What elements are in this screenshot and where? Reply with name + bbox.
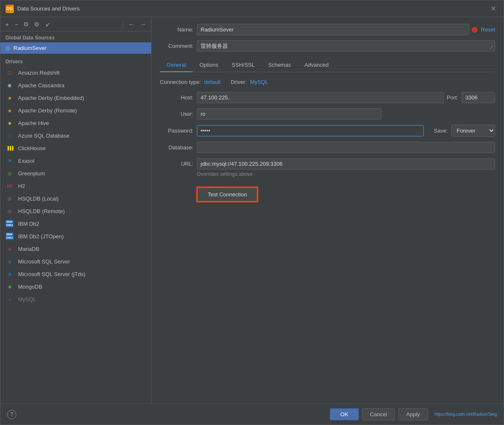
driver-item-ibm-db2-jtopen[interactable]: IBMDB2 IBM Db2 (JTOpen) <box>0 230 151 242</box>
database-input[interactable] <box>197 142 495 153</box>
driver-item-apache-derby-embedded[interactable]: ◈ Apache Derby (Embedded) <box>0 91 151 104</box>
database-row: Database: <box>160 142 495 153</box>
tab-schemas[interactable]: Schemas <box>261 58 298 72</box>
expand-icon[interactable]: ⤢ <box>490 44 494 50</box>
datasource-name: RadiumSever <box>13 45 47 51</box>
driver-label: Driver: <box>231 79 247 85</box>
comment-label: Comment: <box>160 43 193 49</box>
left-panel: + − ⧉ ⚙ ↙ ← → Global Data Sources ◎ Radi… <box>0 17 151 404</box>
driver-item-apache-derby-remote[interactable]: ◈ Apache Derby (Remote) <box>0 104 151 117</box>
port-label: Port: <box>447 94 458 101</box>
password-input[interactable] <box>197 125 424 136</box>
tab-ssh-ssl[interactable]: SSH/SSL <box>225 58 261 72</box>
driver-name: Apache Hive <box>18 120 49 126</box>
password-label: Password: <box>160 128 193 134</box>
user-label: User: <box>160 111 193 117</box>
driver-item-mysql[interactable]: ◈ MySQL <box>0 293 151 305</box>
port-input[interactable] <box>462 92 495 103</box>
hsqldb-remote-icon: ◎ <box>5 207 14 215</box>
name-input[interactable] <box>197 24 469 35</box>
driver-item-hsqldb-remote[interactable]: ◎ HSQLDB (Remote) <box>0 205 151 217</box>
exasol-icon: ✕ <box>5 156 14 165</box>
amazon-redshift-icon: ⬡ <box>5 68 14 77</box>
cancel-button[interactable]: Cancel <box>362 408 395 420</box>
conn-type-label: Connection type: <box>160 79 201 85</box>
ok-button[interactable]: OK <box>330 408 359 420</box>
mongodb-icon: ◈ <box>5 282 14 291</box>
comment-row: Comment: ⤢ <box>160 40 495 52</box>
driver-item-amazon-redshift[interactable]: ⬡ Amazon Redshift <box>0 66 151 79</box>
close-button[interactable]: ✕ <box>488 4 499 13</box>
apache-derby-embedded-icon: ◈ <box>5 94 14 102</box>
forward-button[interactable]: → <box>138 20 148 29</box>
mysql-icon: ◈ <box>5 295 14 303</box>
copy-button[interactable]: ⧉ <box>22 20 30 29</box>
apply-button[interactable]: Apply <box>398 408 428 420</box>
driver-item-azure-sql[interactable]: △ Azure SQL Database <box>0 129 151 142</box>
driver-name: ClickHouse <box>18 145 46 151</box>
right-panel: Name: Reset Comment: ⤢ General Options <box>151 17 504 404</box>
name-label: Name: <box>160 26 193 33</box>
clickhouse-icon: ▐▐▐ <box>5 144 14 152</box>
comment-input[interactable] <box>197 40 495 52</box>
driver-item-exasol[interactable]: ✕ Exasol <box>0 154 151 167</box>
driver-item-clickhouse[interactable]: ▐▐▐ ClickHouse <box>0 142 151 154</box>
driver-name: MariaDB <box>18 246 39 252</box>
connection-type-row: Connection type: default Driver: MySQL <box>160 79 495 85</box>
driver-name: Amazon Redshift <box>18 70 60 76</box>
settings-button[interactable]: ⚙ <box>32 20 41 29</box>
mssql-icon: ◈ <box>5 257 14 266</box>
add-button[interactable]: + <box>4 20 10 29</box>
main-content: + − ⧉ ⚙ ↙ ← → Global Data Sources ◎ Radi… <box>0 17 504 404</box>
driver-value[interactable]: MySQL <box>250 79 268 85</box>
driver-item-apache-cassandra[interactable]: ◉ Apache Cassandra <box>0 79 151 91</box>
driver-item-hsqldb-local[interactable]: ◎ HSQLDB (Local) <box>0 192 151 205</box>
name-field-wrap <box>197 24 478 35</box>
save-label: Save: <box>434 128 448 134</box>
import-button[interactable]: ↙ <box>44 20 52 29</box>
driver-item-ibm-db2[interactable]: IBMDB2 IBM Db2 <box>0 217 151 230</box>
driver-name: MongoDB <box>18 284 42 290</box>
comment-wrap: ⤢ <box>197 40 495 52</box>
driver-item-mssql[interactable]: ◈ Microsoft SQL Server <box>0 255 151 268</box>
ibm-db2-icon: IBMDB2 <box>5 219 14 228</box>
bottom-bar: ? OK Cancel Apply https://blog.csdn.net/… <box>0 404 504 425</box>
url-input[interactable] <box>197 158 495 169</box>
remove-button[interactable]: − <box>13 20 20 29</box>
driver-name: Microsoft SQL Server (jTds) <box>18 271 86 277</box>
h2-icon: H2 <box>5 182 14 190</box>
driver-item-h2[interactable]: H2 H2 <box>0 180 151 192</box>
driver-name: MySQL <box>18 296 36 302</box>
datasource-icon: ◎ <box>5 45 10 51</box>
user-input[interactable] <box>197 108 381 120</box>
mariadb-icon: ◈ <box>5 245 14 253</box>
drivers-label: Drivers <box>0 54 151 66</box>
help-button[interactable]: ? <box>7 410 16 419</box>
csdn-link: https://blog.csdn.net/RadiumTang <box>435 412 497 417</box>
status-indicator <box>472 27 478 33</box>
host-input[interactable] <box>197 92 444 103</box>
user-row: User: <box>160 108 495 120</box>
driver-item-apache-hive[interactable]: ◈ Apache Hive <box>0 117 151 129</box>
reset-button[interactable]: Reset <box>481 26 495 33</box>
test-connection-button[interactable]: Test Connection <box>197 187 258 202</box>
driver-item-mssql-jtds[interactable]: ◈ Microsoft SQL Server (jTds) <box>0 268 151 280</box>
driver-name: Exasol <box>18 158 34 164</box>
selected-datasource[interactable]: ◎ RadiumSever <box>0 42 151 54</box>
title-bar: DG Data Sources and Drivers ✕ <box>0 0 504 17</box>
back-button[interactable]: ← <box>127 20 136 29</box>
driver-name: Apache Cassandra <box>18 82 65 89</box>
toolbar-separator <box>123 21 123 28</box>
save-select[interactable]: Forever Until restart Never <box>451 125 495 137</box>
driver-item-greenplum[interactable]: ◎ Greenplum <box>0 167 151 180</box>
driver-item-mongodb[interactable]: ◈ MongoDB <box>0 280 151 293</box>
driver-item-mariadb[interactable]: ◈ MariaDB <box>0 242 151 255</box>
url-label: URL: <box>160 161 193 167</box>
tab-options[interactable]: Options <box>193 58 225 72</box>
tab-general[interactable]: General <box>160 58 193 72</box>
driver-name: Greenplum <box>18 170 45 177</box>
host-label: Host: <box>160 94 193 101</box>
driver-name: HSQLDB (Local) <box>18 196 59 202</box>
tab-advanced[interactable]: Advanced <box>298 58 335 72</box>
conn-type-value[interactable]: default <box>204 79 221 85</box>
